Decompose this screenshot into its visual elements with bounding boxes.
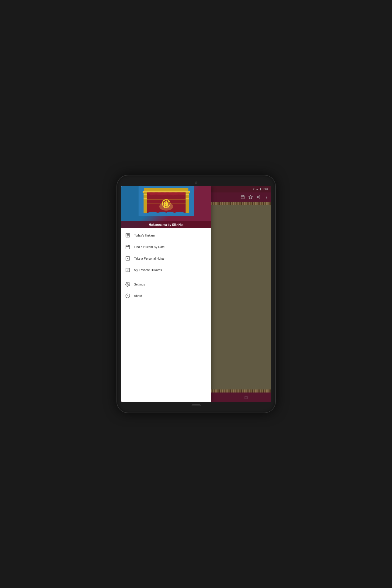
drawer-section-secondary: Settings About [121, 277, 211, 303]
settings-label: Settings [134, 283, 145, 286]
device-camera [195, 182, 197, 184]
device: ▾ ▲ ▮ 1:43 ⋮ ਪ • ਅੰਗੁ ੮੪੭ an [117, 175, 275, 413]
calendar-menu-icon [125, 244, 130, 250]
svg-rect-18 [186, 198, 189, 199]
find-by-date-label: Find a Hukam By Date [134, 245, 165, 249]
drawer-item-find-by-date[interactable]: Find a Hukam By Date [121, 241, 211, 253]
favorite-menu-icon [125, 267, 130, 273]
list-icon [125, 233, 130, 238]
svg-rect-15 [144, 194, 147, 195]
personal-hukam-label: Take a Personal Hukam [134, 257, 166, 260]
drawer-item-todays-hukam[interactable]: Today's Hukam [121, 230, 211, 241]
info-menu-icon [125, 293, 130, 299]
svg-point-23 [159, 202, 173, 211]
home-physical-button[interactable] [192, 404, 201, 406]
gear-menu-icon [125, 282, 130, 287]
svg-rect-13 [144, 192, 147, 213]
drawer-item-personal-hukam[interactable]: Take a Personal Hukam [121, 253, 211, 264]
drawer-item-about[interactable]: About [121, 290, 211, 302]
favorite-hukams-label: My Favorite Hukams [134, 268, 162, 272]
drawer-header: Hukamnama by SikhNet [121, 186, 211, 228]
device-bottom-bar [121, 402, 271, 408]
drawer-title-area: Hukamnama by SikhNet [121, 221, 211, 228]
drawer-section-main: Today's Hukam Find a Hukam By Date [121, 228, 211, 277]
svg-point-37 [127, 284, 128, 285]
svg-rect-17 [186, 194, 189, 195]
device-screen: ▾ ▲ ▮ 1:43 ⋮ ਪ • ਅੰਗੁ ੮੪੭ an [121, 186, 271, 402]
drawer-item-favorite-hukams[interactable]: My Favorite Hukams [121, 264, 211, 276]
navigation-drawer: Hukamnama by SikhNet Today's Hukam [121, 186, 211, 402]
drawer-item-settings[interactable]: Settings [121, 278, 211, 290]
svg-rect-28 [126, 245, 130, 249]
device-top-bar [121, 180, 271, 186]
svg-rect-16 [144, 198, 147, 199]
drawer-title: Hukamnama by SikhNet [124, 223, 208, 227]
about-label: About [134, 294, 142, 298]
svg-rect-14 [186, 192, 189, 213]
check-menu-icon [125, 256, 130, 261]
todays-hukam-label: Today's Hukam [134, 234, 155, 237]
